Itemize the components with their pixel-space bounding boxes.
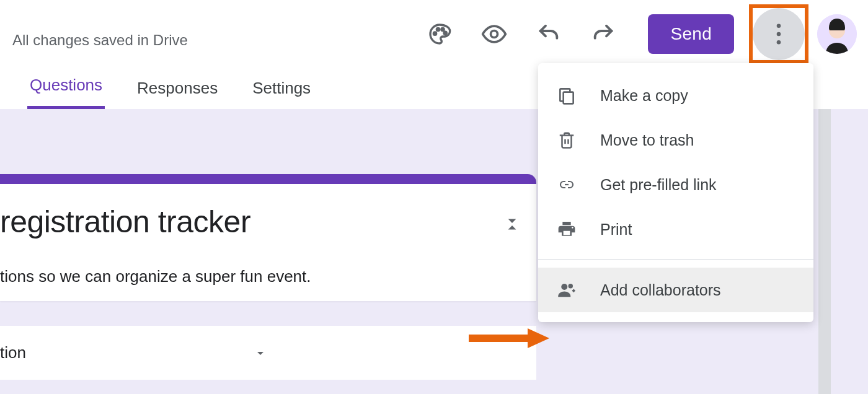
question-card[interactable]: tion bbox=[0, 326, 536, 380]
trash-icon bbox=[556, 129, 578, 151]
svg-point-7 bbox=[777, 40, 781, 45]
svg-rect-10 bbox=[564, 92, 574, 104]
more-options-menu: Make a copy Move to trash Get pre-filled… bbox=[538, 63, 813, 322]
annotation-arrow-icon bbox=[469, 326, 549, 351]
form-title[interactable]: registration tracker bbox=[0, 204, 519, 240]
highlight-box bbox=[749, 4, 808, 64]
svg-point-12 bbox=[569, 284, 574, 289]
svg-point-4 bbox=[491, 31, 498, 38]
svg-point-6 bbox=[777, 32, 781, 37]
add-collaborators-icon bbox=[556, 279, 578, 301]
svg-point-5 bbox=[777, 24, 781, 28]
link-icon bbox=[556, 173, 578, 196]
tab-responses[interactable]: Responses bbox=[135, 70, 220, 109]
collapse-toggle-icon[interactable] bbox=[504, 212, 521, 237]
menu-item-prefilled-link[interactable]: Get pre-filled link bbox=[538, 162, 813, 207]
tab-settings[interactable]: Settings bbox=[250, 70, 313, 109]
question-type-dropdown-icon[interactable] bbox=[248, 341, 273, 366]
menu-item-make-copy[interactable]: Make a copy bbox=[538, 73, 813, 118]
menu-label: Print bbox=[600, 221, 632, 239]
svg-point-0 bbox=[434, 32, 436, 35]
svg-point-1 bbox=[437, 28, 440, 30]
copy-icon bbox=[556, 84, 578, 107]
vertical-dots-icon bbox=[770, 20, 787, 48]
menu-item-print[interactable]: Print bbox=[538, 207, 813, 252]
menu-label: Get pre-filled link bbox=[600, 176, 717, 194]
save-status-text: All changes saved in Drive bbox=[12, 32, 188, 49]
menu-label: Make a copy bbox=[600, 87, 688, 105]
menu-item-move-trash[interactable]: Move to trash bbox=[538, 118, 813, 162]
preview-icon[interactable] bbox=[479, 19, 509, 49]
top-toolbar: All changes saved in Drive Send bbox=[0, 0, 868, 68]
menu-separator bbox=[538, 259, 813, 260]
account-avatar[interactable] bbox=[817, 14, 857, 54]
palette-icon[interactable] bbox=[425, 19, 454, 49]
print-icon bbox=[556, 218, 578, 240]
redo-icon[interactable] bbox=[588, 19, 618, 49]
menu-item-add-collaborators[interactable]: Add collaborators bbox=[538, 268, 813, 312]
question-text[interactable]: tion bbox=[0, 343, 26, 362]
form-description[interactable]: tions so we can organize a super fun eve… bbox=[0, 267, 519, 286]
tab-questions[interactable]: Questions bbox=[27, 67, 105, 109]
send-button[interactable]: Send bbox=[648, 14, 734, 54]
svg-marker-14 bbox=[528, 328, 549, 348]
more-options-button[interactable] bbox=[753, 8, 805, 60]
svg-point-2 bbox=[441, 28, 444, 30]
scrollbar[interactable] bbox=[818, 109, 831, 394]
undo-icon[interactable] bbox=[534, 19, 564, 49]
menu-label: Add collaborators bbox=[600, 281, 721, 299]
form-header-card[interactable]: registration tracker tions so we can org… bbox=[0, 174, 536, 301]
svg-point-3 bbox=[444, 32, 446, 34]
menu-label: Move to trash bbox=[600, 131, 694, 149]
svg-point-11 bbox=[561, 284, 567, 290]
